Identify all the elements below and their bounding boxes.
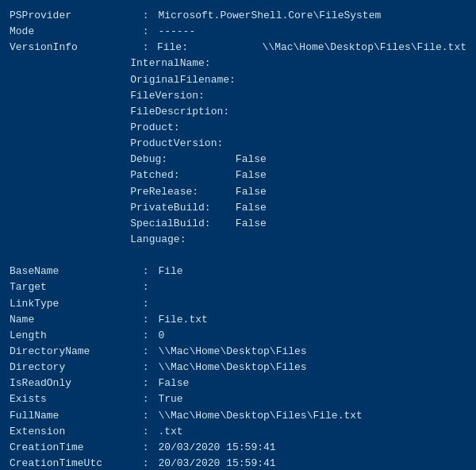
row-value: FileVersion: xyxy=(130,88,205,104)
terminal-row: FileVersion: xyxy=(10,88,466,104)
terminal-row: CreationTime : 20/03/2020 15:59:41 xyxy=(10,440,466,456)
row-separator xyxy=(10,72,127,88)
terminal-row: Mode : ------ xyxy=(10,24,466,40)
row-separator xyxy=(10,232,127,248)
row-separator xyxy=(10,104,127,120)
row-key: LinkType xyxy=(10,296,136,312)
terminal-row: InternalName: xyxy=(10,56,466,71)
row-value: \\Mac\Home\Desktop\Files xyxy=(158,344,306,360)
terminal-row: Length : 0 xyxy=(10,328,466,344)
row-separator: : xyxy=(136,408,155,424)
row-value: ------ xyxy=(158,24,195,40)
row-value: SpecialBuild: False xyxy=(130,216,267,232)
row-separator xyxy=(10,152,127,168)
terminal-row: DirectoryName : \\Mac\Home\Desktop\Files xyxy=(10,344,466,360)
row-separator: : xyxy=(136,328,155,344)
row-value: 20/03/2020 15:59:41 xyxy=(158,440,275,456)
row-separator xyxy=(10,168,127,183)
terminal-row: OriginalFilename: xyxy=(10,72,466,88)
row-separator: : xyxy=(136,279,155,295)
row-value: .txt xyxy=(158,424,182,440)
row-key: PSProvider xyxy=(10,8,136,24)
row-value: File.txt xyxy=(158,312,207,328)
row-separator: : xyxy=(136,376,155,391)
terminal-row: Debug: False xyxy=(10,152,466,168)
row-separator: : xyxy=(136,8,155,24)
row-value: \\Mac\Home\Desktop\Files\File.txt xyxy=(158,408,362,424)
row-key: Directory xyxy=(10,360,136,376)
row-separator: : xyxy=(136,456,155,470)
row-value: Language: xyxy=(130,232,186,248)
terminal-row: FileDescription: xyxy=(10,104,466,120)
terminal-row: BaseName : File xyxy=(10,264,466,279)
terminal-row: PreRelease: False xyxy=(10,184,466,200)
row-key: Mode xyxy=(10,24,136,40)
row-key: Extension xyxy=(10,424,136,440)
row-separator xyxy=(10,200,127,216)
terminal-row: Patched: False xyxy=(10,168,466,183)
terminal-row: VersionInfo : File: \\Mac\Home\Desktop\F… xyxy=(10,40,466,56)
terminal-row: FullName : \\Mac\Home\Desktop\Files\File… xyxy=(10,408,466,424)
terminal-row: Target : xyxy=(10,279,466,295)
row-separator: : xyxy=(136,24,155,40)
row-value: OriginalFilename: xyxy=(130,72,236,88)
row-key: Target xyxy=(10,279,136,295)
row-value: 20/03/2020 15:59:41 xyxy=(158,456,275,470)
row-separator: : xyxy=(136,264,155,279)
terminal-row: LinkType : xyxy=(10,296,466,312)
blank-line xyxy=(10,248,466,264)
terminal-row: Name : File.txt xyxy=(10,312,466,328)
row-separator xyxy=(10,88,127,104)
row-key: CreationTime xyxy=(10,440,136,456)
row-separator xyxy=(10,136,127,152)
row-value: Patched: False xyxy=(130,168,267,183)
row-separator: : xyxy=(136,440,155,456)
row-separator: : xyxy=(136,424,155,440)
row-value: InternalName: xyxy=(130,56,210,71)
row-separator: : xyxy=(136,296,155,312)
terminal-row: Language: xyxy=(10,232,466,248)
terminal-row: PSProvider : Microsoft.PowerShell.Core\F… xyxy=(10,8,466,24)
row-key: VersionInfo xyxy=(10,40,136,56)
row-value: Debug: False xyxy=(130,152,267,168)
row-value: False xyxy=(158,376,189,391)
terminal-row: PrivateBuild: False xyxy=(10,200,466,216)
row-value: ProductVersion: xyxy=(130,136,223,152)
terminal-row: Product: xyxy=(10,120,466,136)
terminal-row: ProductVersion: xyxy=(10,136,466,152)
row-value: FileDescription: xyxy=(130,104,229,120)
row-separator xyxy=(10,216,127,232)
terminal-output: PSProvider : Microsoft.PowerShell.Core\F… xyxy=(10,8,466,470)
row-separator: : xyxy=(136,391,155,407)
row-value: \\Mac\Home\Desktop\Files xyxy=(158,360,306,376)
row-key: Name xyxy=(10,312,136,328)
terminal-row: Extension : .txt xyxy=(10,424,466,440)
row-separator xyxy=(10,56,127,71)
terminal-row: CreationTimeUtc : 20/03/2020 15:59:41 xyxy=(10,456,466,470)
row-key: BaseName xyxy=(10,264,136,279)
row-value: True xyxy=(158,391,182,407)
row-separator xyxy=(10,184,127,200)
row-separator: : xyxy=(136,344,155,360)
row-key: DirectoryName xyxy=(10,344,136,360)
row-separator: : xyxy=(136,360,155,376)
terminal-row: Exists : True xyxy=(10,391,466,407)
row-separator: : xyxy=(136,312,155,328)
row-value: File: \\Mac\Home\Desktop\Files\File.txt xyxy=(157,40,466,56)
terminal-row: SpecialBuild: False xyxy=(10,216,466,232)
row-key: IsReadOnly xyxy=(10,376,136,391)
row-separator: : xyxy=(136,40,154,56)
terminal-row: Directory : \\Mac\Home\Desktop\Files xyxy=(10,360,466,376)
row-key: Exists xyxy=(10,391,136,407)
row-separator xyxy=(10,120,127,136)
row-value: PrivateBuild: False xyxy=(130,200,267,216)
row-key: CreationTimeUtc xyxy=(10,456,136,470)
terminal-row: IsReadOnly : False xyxy=(10,376,466,391)
row-value: 0 xyxy=(158,328,164,344)
row-value: Product: xyxy=(130,120,179,136)
row-value: PreRelease: False xyxy=(130,184,267,200)
row-value: File xyxy=(158,264,182,279)
row-key: FullName xyxy=(10,408,136,424)
row-value: Microsoft.PowerShell.Core\FileSystem xyxy=(158,8,381,24)
row-key: Length xyxy=(10,328,136,344)
